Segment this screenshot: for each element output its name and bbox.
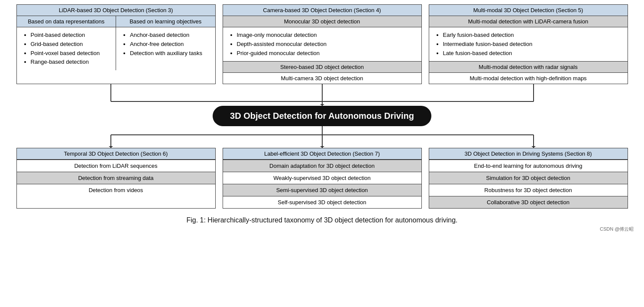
lidar-header: LiDAR-based 3D Object Detection (Section… bbox=[17, 5, 215, 16]
list-item: Image-only monocular detection bbox=[237, 31, 416, 40]
temporal-row1: Detection from LiDAR sequences bbox=[17, 160, 215, 172]
lidar-inner: Based on data representations Point-base… bbox=[17, 16, 215, 70]
multimodal-box: Multi-modal 3D Object Detection (Section… bbox=[429, 4, 628, 84]
list-item: Prior-guided monocular detection bbox=[237, 49, 416, 58]
lidar-col-2: Based on learning objectives Anchor-base… bbox=[116, 16, 215, 70]
lidar-box: LiDAR-based 3D Object Detection (Section… bbox=[16, 4, 216, 84]
multimodal-fusion-content: Early fusion-based detection Intermediat… bbox=[429, 27, 628, 61]
camera-header: Camera-based 3D Object Detection (Sectio… bbox=[223, 5, 421, 16]
list-item: Detection with auxiliary tasks bbox=[130, 49, 210, 58]
bottom-row: Temporal 3D Object Detection (Section 6)… bbox=[10, 148, 634, 209]
svg-marker-5 bbox=[320, 104, 324, 106]
camera-monocular-content: Image-only monocular detection Depth-ass… bbox=[223, 27, 421, 61]
driving-row4: Collaborative 3D object detection bbox=[429, 196, 628, 208]
driving-row1: End-to-end learning for autonomous drivi… bbox=[429, 160, 628, 172]
label-efficient-box: Label-efficient 3D Object Detection (Sec… bbox=[223, 148, 422, 209]
lidar-col2-header: Based on learning objectives bbox=[116, 16, 215, 27]
list-item: Early fusion-based detection bbox=[443, 31, 622, 40]
multimodal-header: Multi-modal 3D Object Detection (Section… bbox=[429, 5, 628, 16]
driving-row2: Simulation for 3D object detection bbox=[429, 172, 628, 184]
top-connector-svg bbox=[10, 84, 634, 106]
diagram-container: LiDAR-based 3D Object Detection (Section… bbox=[9, 4, 635, 232]
top-connector-area bbox=[10, 84, 634, 106]
watermark: CSDN @傅云昭 bbox=[10, 226, 634, 232]
driving-systems-header: 3D Object Detection in Driving Systems (… bbox=[429, 148, 628, 160]
bottom-connector-area bbox=[10, 126, 634, 148]
camera-subheader: Monocular 3D object detection bbox=[223, 16, 421, 27]
label-row1: Domain adaptation for 3D object detectio… bbox=[223, 160, 421, 172]
label-row2: Weakly-supervised 3D object detection bbox=[223, 172, 421, 184]
driving-row3: Robustness for 3D object detection bbox=[429, 184, 628, 196]
temporal-row2: Detection from streaming data bbox=[17, 172, 215, 184]
svg-marker-13 bbox=[531, 146, 536, 148]
camera-box: Camera-based 3D Object Detection (Sectio… bbox=[223, 4, 422, 84]
lidar-col1-content: Point-based detection Grid-based detecti… bbox=[17, 27, 116, 70]
list-item: Depth-assisted monocular detection bbox=[237, 40, 416, 49]
temporal-box: Temporal 3D Object Detection (Section 6)… bbox=[16, 148, 216, 209]
temporal-header: Temporal 3D Object Detection (Section 6) bbox=[17, 148, 215, 160]
multimodal-row2: Multi-modal detection with radar signals bbox=[429, 61, 628, 72]
list-item: Late fusion-based detection bbox=[443, 49, 622, 58]
temporal-row3: Detection from videos bbox=[17, 184, 215, 196]
camera-row3: Multi-camera 3D object detection bbox=[223, 72, 421, 84]
label-row3: Semi-supervised 3D object detection bbox=[223, 184, 421, 196]
bottom-connector-svg bbox=[10, 126, 634, 148]
list-item: Anchor-based detection bbox=[130, 31, 210, 40]
lidar-col-1: Based on data representations Point-base… bbox=[17, 16, 117, 70]
lidar-col2-content: Anchor-based detection Anchor-free detec… bbox=[116, 27, 215, 61]
label-row4: Self-supervised 3D object detection bbox=[223, 196, 421, 208]
center-box-wrapper: 3D Object Detection for Autonomous Drivi… bbox=[10, 106, 634, 126]
camera-row2: Stereo-based 3D object detection bbox=[223, 61, 421, 72]
label-efficient-header: Label-efficient 3D Object Detection (Sec… bbox=[223, 148, 421, 160]
svg-marker-9 bbox=[109, 146, 113, 148]
multimodal-row3: Multi-modal detection with high-definiti… bbox=[429, 72, 628, 84]
list-item: Point-based detection bbox=[31, 31, 111, 40]
driving-systems-box: 3D Object Detection in Driving Systems (… bbox=[429, 148, 628, 209]
list-item: Anchor-free detection bbox=[130, 40, 210, 49]
list-item: Point-voxel based detection bbox=[31, 49, 111, 58]
center-box: 3D Object Detection for Autonomous Drivi… bbox=[213, 106, 431, 126]
list-item: Grid-based detection bbox=[31, 40, 111, 49]
caption: Fig. 1: Hierarchically-structured taxono… bbox=[10, 216, 634, 224]
svg-marker-11 bbox=[320, 146, 324, 148]
list-item: Range-based detection bbox=[31, 58, 111, 67]
top-row: LiDAR-based 3D Object Detection (Section… bbox=[10, 4, 634, 84]
list-item: Intermediate fusion-based detection bbox=[443, 40, 622, 49]
multimodal-subheader: Multi-modal detection with LiDAR-camera … bbox=[429, 16, 628, 27]
lidar-col1-header: Based on data representations bbox=[17, 16, 116, 27]
